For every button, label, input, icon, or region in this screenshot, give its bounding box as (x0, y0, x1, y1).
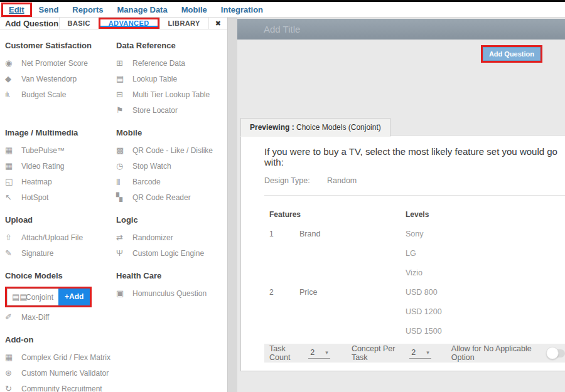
question-type-qr-code-reader[interactable]: ▚ QR Code Reader (116, 189, 227, 205)
nav-manage-data[interactable]: Manage Data (110, 5, 174, 14)
question-type-max-diff[interactable]: ✐ Max-Diff (5, 309, 116, 325)
features-levels-table: Features Levels 1 Brand Sony LG Vizio 2 … (264, 204, 565, 341)
question-type-complex-grid-flex-matrix[interactable]: ▦ Complex Grid / Flex Matrix (5, 349, 116, 365)
item-label: Net Promoter Score (21, 59, 88, 68)
previewing-value: Choice Models (Conjoint) (294, 123, 381, 132)
section-title: Add-on (5, 335, 116, 344)
section-choice-models: Choice Models ▤▤ Conjoint +Add ✐ Max-Dif… (5, 266, 116, 325)
conjoint-annotation-box: ▤▤ Conjoint +Add (5, 287, 92, 307)
question-type-heatmap[interactable]: ◱ Heatmap (5, 174, 116, 189)
features-column-header: Features (269, 204, 406, 224)
question-type-net-promoter-score[interactable]: ◉ Net Promoter Score (5, 55, 116, 71)
nav-send[interactable]: Send (32, 5, 66, 14)
recruitment-cycle-icon: ↻ (5, 384, 21, 392)
design-type-label: Design Type: (264, 176, 327, 185)
edit-annotation-box: Edit (1, 3, 32, 17)
question-type-randomizer[interactable]: ⇄ Randomizer (116, 230, 227, 245)
nav-mobile[interactable]: Mobile (175, 5, 214, 14)
question-type-homunculus-question[interactable]: ▣ Homunculus Question (116, 285, 227, 301)
item-label: HotSpot (21, 193, 48, 202)
item-label: Randomizer (132, 233, 173, 242)
item-label: QR Code - Like / Dislike (132, 146, 213, 155)
no-applicable-option-label: Allow for No Applicable Option (451, 344, 540, 362)
question-type-multi-tier-lookup-table[interactable]: ⊟ Multi Tier Lookup Table (116, 87, 227, 102)
question-type-hotspot[interactable]: ↖ HotSpot (5, 189, 116, 205)
qr-reader-icon: ▚ (116, 193, 132, 201)
feature-number: 1 (269, 224, 299, 243)
concept-per-task-select[interactable]: 2 ▾ (409, 348, 431, 359)
question-type-video-rating[interactable]: ▦ Video Rating (5, 158, 116, 174)
section-customer-satisfaction: Customer Satisfaction ◉ Net Promoter Sco… (5, 36, 116, 118)
item-label: Max-Diff (21, 313, 49, 322)
question-type-catalog: Customer Satisfaction ◉ Net Promoter Sco… (0, 29, 227, 392)
survey-title-placeholder[interactable]: Add Title (237, 19, 565, 40)
add-conjoint-button[interactable]: +Add (58, 289, 90, 305)
reference-data-icon: ⊞ (116, 59, 132, 67)
conjoint-grid-icon: ▤▤ (12, 293, 26, 301)
item-label: Stop Watch (132, 162, 171, 171)
picture-icon: ▣ (116, 289, 132, 297)
bar-scale-icon: ılı. (5, 91, 21, 98)
add-question-annotation-box: Add Question (481, 45, 542, 63)
question-type-qr-code-like-dislike[interactable]: ▩ QR Code - Like / Dislike (116, 142, 227, 158)
section-upload: Upload ⇧ Attach/Upload File ✎ Signature (5, 210, 116, 261)
level-value: USD 1500 (406, 321, 565, 341)
question-type-barcode[interactable]: ||| Barcode (116, 174, 227, 189)
question-type-signature[interactable]: ✎ Signature (5, 245, 116, 261)
question-type-lookup-table[interactable]: ▤ Lookup Table (116, 71, 227, 87)
section-title: Health Care (116, 271, 227, 280)
task-count-select[interactable]: 2 ▾ (308, 348, 330, 359)
item-label: Multi Tier Lookup Table (132, 90, 210, 99)
nav-reports[interactable]: Reports (65, 5, 110, 14)
item-label: Heatmap (21, 177, 52, 186)
survey-preview-region: Add Title Add Question Previewing : Choi… (237, 18, 565, 392)
level-value: Sony (406, 224, 565, 243)
nav-integration[interactable]: Integration (214, 5, 270, 14)
film-strip-icon: ▦ (5, 146, 21, 154)
previewing-tab: Previewing : Choice Models (Conjoint) (240, 118, 390, 137)
app-window: Edit Send Reports Manage Data Mobile Int… (0, 0, 565, 392)
no-applicable-option-toggle[interactable] (547, 349, 565, 358)
question-type-attach-upload-file[interactable]: ⇧ Attach/Upload File (5, 230, 116, 245)
section-title: Choice Models (5, 271, 116, 280)
concept-per-task-label: Concept Per Task (352, 344, 403, 362)
item-label: Conjoint (26, 293, 53, 302)
branch-icon: Ψ (116, 249, 132, 257)
item-label: QR Code Reader (132, 193, 191, 202)
section-title: Mobile (116, 128, 227, 137)
question-type-van-westendorp[interactable]: ◆ Van Westendorp (5, 71, 116, 87)
task-count-label: Task Count (269, 344, 302, 362)
stopwatch-icon: ◷ (116, 162, 132, 170)
question-type-custom-logic-engine[interactable]: Ψ Custom Logic Engine (116, 245, 227, 261)
tab-library[interactable]: LIBRARY (159, 18, 208, 29)
question-type-stop-watch[interactable]: ◷ Stop Watch (116, 158, 227, 174)
question-type-custom-numeric-validator[interactable]: ⊛ Custom Numeric Validator (5, 365, 116, 381)
section-title: Customer Satisfaction (5, 41, 116, 50)
question-type-reference-data[interactable]: ⊞ Reference Data (116, 55, 227, 71)
map-pin-icon: ⚑ (116, 106, 132, 114)
section-add-on: Add-on ▦ Complex Grid / Flex Matrix ⊛ Cu… (5, 330, 116, 392)
section-data-reference: Data Reference ⊞ Reference Data ▤ Lookup… (116, 36, 227, 118)
section-health-care: Health Care ▣ Homunculus Question (116, 266, 227, 325)
close-panel-icon[interactable]: ✖ (208, 18, 227, 29)
add-question-panel: Add Question BASIC ADVANCED LIBRARY ✖ Cu… (0, 18, 227, 392)
add-question-button[interactable]: Add Question (483, 47, 541, 61)
multi-tier-table-icon: ⊟ (116, 90, 132, 98)
nav-edit[interactable]: Edit (5, 5, 28, 14)
previewing-label: Previewing : (250, 123, 294, 132)
question-type-community-recruitment[interactable]: ↻ Community Recruitment (5, 381, 116, 392)
tab-advanced[interactable]: ADVANCED (100, 19, 158, 27)
question-type-conjoint[interactable]: ▤▤ Conjoint +Add (7, 289, 90, 305)
question-type-tubepulse[interactable]: ▦ TubePulse™ (5, 142, 116, 158)
chevron-down-icon: ▾ (426, 349, 429, 356)
item-label: Homunculus Question (132, 289, 207, 298)
level-value: USD 1200 (406, 302, 565, 321)
item-label: TubePulse™ (21, 146, 65, 155)
task-count-value: 2 (310, 348, 320, 357)
tab-basic[interactable]: BASIC (59, 18, 99, 29)
toggle-knob (546, 347, 559, 359)
design-type-row: Design Type: Random (264, 176, 565, 185)
item-label: Attach/Upload File (21, 233, 83, 242)
question-type-budget-scale[interactable]: ılı. Budget Scale (5, 87, 116, 102)
question-type-store-locator[interactable]: ⚑ Store Locator (116, 102, 227, 118)
